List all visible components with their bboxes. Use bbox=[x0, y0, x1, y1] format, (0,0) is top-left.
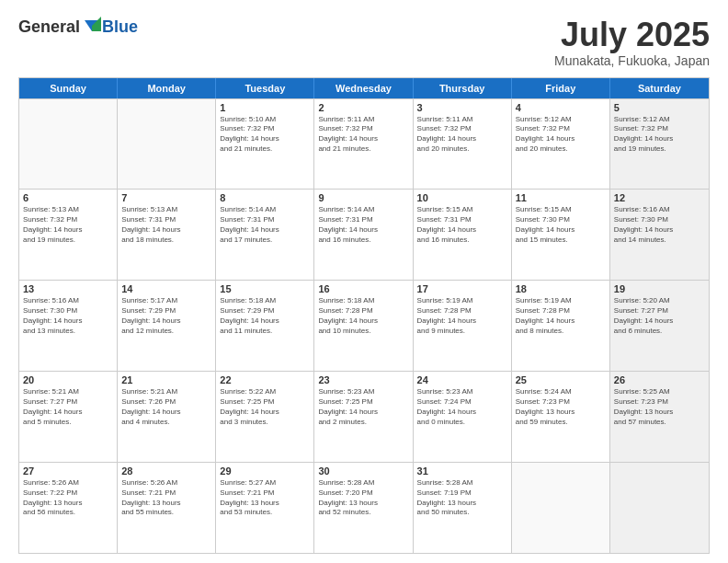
logo-icon bbox=[81, 17, 101, 37]
calendar-cell-3-2: 22Sunrise: 5:22 AM Sunset: 7:25 PM Dayli… bbox=[216, 372, 314, 462]
day-number: 17 bbox=[417, 283, 507, 294]
page: GeneralBlue July 2025 Munakata, Fukuoka,… bbox=[0, 0, 728, 563]
cell-info: Sunrise: 5:14 AM Sunset: 7:31 PM Dayligh… bbox=[220, 205, 310, 245]
day-number: 9 bbox=[318, 192, 408, 203]
calendar-cell-1-2: 8Sunrise: 5:14 AM Sunset: 7:31 PM Daylig… bbox=[216, 190, 314, 280]
calendar-cell-1-5: 11Sunrise: 5:15 AM Sunset: 7:30 PM Dayli… bbox=[512, 190, 610, 280]
calendar-cell-3-3: 23Sunrise: 5:23 AM Sunset: 7:25 PM Dayli… bbox=[314, 372, 413, 462]
calendar-row-3: 20Sunrise: 5:21 AM Sunset: 7:27 PM Dayli… bbox=[19, 371, 709, 462]
calendar-cell-3-5: 25Sunrise: 5:24 AM Sunset: 7:23 PM Dayli… bbox=[512, 372, 610, 462]
header: GeneralBlue July 2025 Munakata, Fukuoka,… bbox=[18, 17, 710, 68]
weekday-sunday: Sunday bbox=[19, 78, 118, 98]
day-number: 20 bbox=[23, 374, 113, 385]
cell-info: Sunrise: 5:12 AM Sunset: 7:32 PM Dayligh… bbox=[516, 115, 606, 155]
day-number: 23 bbox=[318, 374, 408, 385]
calendar-row-2: 13Sunrise: 5:16 AM Sunset: 7:30 PM Dayli… bbox=[19, 280, 709, 371]
cell-info: Sunrise: 5:22 AM Sunset: 7:25 PM Dayligh… bbox=[220, 387, 310, 427]
cell-info: Sunrise: 5:20 AM Sunset: 7:27 PM Dayligh… bbox=[614, 296, 705, 336]
day-number: 1 bbox=[220, 102, 310, 113]
day-number: 7 bbox=[121, 192, 211, 203]
calendar-cell-3-6: 26Sunrise: 5:25 AM Sunset: 7:23 PM Dayli… bbox=[610, 372, 709, 462]
cell-info: Sunrise: 5:21 AM Sunset: 7:26 PM Dayligh… bbox=[121, 387, 211, 427]
cell-info: Sunrise: 5:28 AM Sunset: 7:19 PM Dayligh… bbox=[417, 478, 507, 518]
cell-info: Sunrise: 5:12 AM Sunset: 7:32 PM Dayligh… bbox=[614, 115, 705, 155]
day-number: 26 bbox=[614, 374, 705, 385]
day-number: 12 bbox=[614, 192, 705, 203]
day-number: 31 bbox=[417, 465, 507, 477]
calendar-cell-1-1: 7Sunrise: 5:13 AM Sunset: 7:31 PM Daylig… bbox=[118, 190, 216, 280]
day-number: 30 bbox=[318, 465, 408, 477]
cell-info: Sunrise: 5:26 AM Sunset: 7:22 PM Dayligh… bbox=[23, 478, 113, 518]
calendar-cell-0-5: 4Sunrise: 5:12 AM Sunset: 7:32 PM Daylig… bbox=[512, 99, 610, 190]
cell-info: Sunrise: 5:28 AM Sunset: 7:20 PM Dayligh… bbox=[318, 478, 408, 518]
calendar: Sunday Monday Tuesday Wednesday Thursday… bbox=[18, 77, 710, 554]
calendar-header: Sunday Monday Tuesday Wednesday Thursday… bbox=[19, 78, 709, 98]
cell-info: Sunrise: 5:18 AM Sunset: 7:29 PM Dayligh… bbox=[220, 296, 310, 336]
calendar-cell-3-0: 20Sunrise: 5:21 AM Sunset: 7:27 PM Dayli… bbox=[19, 372, 118, 462]
calendar-cell-4-3: 30Sunrise: 5:28 AM Sunset: 7:20 PM Dayli… bbox=[314, 463, 413, 553]
month-title: July 2025 bbox=[554, 17, 710, 53]
location: Munakata, Fukuoka, Japan bbox=[554, 53, 710, 68]
cell-info: Sunrise: 5:11 AM Sunset: 7:32 PM Dayligh… bbox=[318, 115, 408, 155]
logo-blue: Blue bbox=[102, 17, 138, 37]
day-number: 10 bbox=[417, 192, 507, 203]
cell-info: Sunrise: 5:23 AM Sunset: 7:24 PM Dayligh… bbox=[417, 387, 507, 427]
calendar-row-1: 6Sunrise: 5:13 AM Sunset: 7:32 PM Daylig… bbox=[19, 189, 709, 280]
calendar-cell-2-1: 14Sunrise: 5:17 AM Sunset: 7:29 PM Dayli… bbox=[118, 281, 216, 371]
calendar-cell-1-0: 6Sunrise: 5:13 AM Sunset: 7:32 PM Daylig… bbox=[19, 190, 118, 280]
day-number: 21 bbox=[121, 374, 211, 385]
day-number: 15 bbox=[220, 283, 310, 294]
calendar-cell-3-4: 24Sunrise: 5:23 AM Sunset: 7:24 PM Dayli… bbox=[414, 372, 512, 462]
day-number: 5 bbox=[614, 102, 705, 113]
cell-info: Sunrise: 5:18 AM Sunset: 7:28 PM Dayligh… bbox=[318, 296, 408, 336]
calendar-cell-4-1: 28Sunrise: 5:26 AM Sunset: 7:21 PM Dayli… bbox=[118, 463, 216, 553]
cell-info: Sunrise: 5:21 AM Sunset: 7:27 PM Dayligh… bbox=[23, 387, 113, 427]
day-number: 16 bbox=[318, 283, 408, 294]
title-block: July 2025 Munakata, Fukuoka, Japan bbox=[554, 17, 710, 68]
cell-info: Sunrise: 5:16 AM Sunset: 7:30 PM Dayligh… bbox=[614, 205, 705, 245]
calendar-cell-2-3: 16Sunrise: 5:18 AM Sunset: 7:28 PM Dayli… bbox=[314, 281, 413, 371]
cell-info: Sunrise: 5:13 AM Sunset: 7:31 PM Dayligh… bbox=[121, 205, 211, 245]
weekday-wednesday: Wednesday bbox=[314, 78, 413, 98]
calendar-cell-0-3: 2Sunrise: 5:11 AM Sunset: 7:32 PM Daylig… bbox=[314, 99, 413, 190]
weekday-saturday: Saturday bbox=[610, 78, 709, 98]
calendar-cell-1-6: 12Sunrise: 5:16 AM Sunset: 7:30 PM Dayli… bbox=[610, 190, 709, 280]
calendar-cell-2-2: 15Sunrise: 5:18 AM Sunset: 7:29 PM Dayli… bbox=[216, 281, 314, 371]
cell-info: Sunrise: 5:27 AM Sunset: 7:21 PM Dayligh… bbox=[220, 478, 310, 518]
calendar-cell-1-3: 9Sunrise: 5:14 AM Sunset: 7:31 PM Daylig… bbox=[314, 190, 413, 280]
day-number: 22 bbox=[220, 374, 310, 385]
day-number: 28 bbox=[121, 465, 211, 477]
day-number: 29 bbox=[220, 465, 310, 477]
calendar-cell-0-2: 1Sunrise: 5:10 AM Sunset: 7:32 PM Daylig… bbox=[216, 99, 314, 190]
calendar-cell-4-2: 29Sunrise: 5:27 AM Sunset: 7:21 PM Dayli… bbox=[216, 463, 314, 553]
cell-info: Sunrise: 5:16 AM Sunset: 7:30 PM Dayligh… bbox=[23, 296, 113, 336]
day-number: 13 bbox=[23, 283, 113, 294]
calendar-row-0: 1Sunrise: 5:10 AM Sunset: 7:32 PM Daylig… bbox=[19, 98, 709, 190]
day-number: 6 bbox=[23, 192, 113, 203]
calendar-cell-4-0: 27Sunrise: 5:26 AM Sunset: 7:22 PM Dayli… bbox=[19, 463, 118, 553]
calendar-cell-4-5 bbox=[512, 463, 610, 553]
calendar-cell-2-4: 17Sunrise: 5:19 AM Sunset: 7:28 PM Dayli… bbox=[414, 281, 512, 371]
calendar-cell-2-0: 13Sunrise: 5:16 AM Sunset: 7:30 PM Dayli… bbox=[19, 281, 118, 371]
calendar-cell-4-4: 31Sunrise: 5:28 AM Sunset: 7:19 PM Dayli… bbox=[414, 463, 512, 553]
cell-info: Sunrise: 5:19 AM Sunset: 7:28 PM Dayligh… bbox=[417, 296, 507, 336]
day-number: 14 bbox=[121, 283, 211, 294]
cell-info: Sunrise: 5:10 AM Sunset: 7:32 PM Dayligh… bbox=[220, 115, 310, 155]
day-number: 3 bbox=[417, 102, 507, 113]
weekday-friday: Friday bbox=[512, 78, 610, 98]
calendar-cell-4-6 bbox=[610, 463, 709, 553]
calendar-cell-0-0 bbox=[19, 99, 118, 190]
cell-info: Sunrise: 5:14 AM Sunset: 7:31 PM Dayligh… bbox=[318, 205, 408, 245]
calendar-body: 1Sunrise: 5:10 AM Sunset: 7:32 PM Daylig… bbox=[19, 98, 709, 553]
weekday-monday: Monday bbox=[118, 78, 216, 98]
cell-info: Sunrise: 5:15 AM Sunset: 7:31 PM Dayligh… bbox=[417, 205, 507, 245]
day-number: 27 bbox=[23, 465, 113, 477]
calendar-cell-1-4: 10Sunrise: 5:15 AM Sunset: 7:31 PM Dayli… bbox=[414, 190, 512, 280]
cell-info: Sunrise: 5:25 AM Sunset: 7:23 PM Dayligh… bbox=[614, 387, 705, 427]
cell-info: Sunrise: 5:13 AM Sunset: 7:32 PM Dayligh… bbox=[23, 205, 113, 245]
day-number: 4 bbox=[516, 102, 606, 113]
weekday-thursday: Thursday bbox=[414, 78, 512, 98]
cell-info: Sunrise: 5:19 AM Sunset: 7:28 PM Dayligh… bbox=[516, 296, 606, 336]
calendar-cell-3-1: 21Sunrise: 5:21 AM Sunset: 7:26 PM Dayli… bbox=[118, 372, 216, 462]
weekday-tuesday: Tuesday bbox=[216, 78, 314, 98]
